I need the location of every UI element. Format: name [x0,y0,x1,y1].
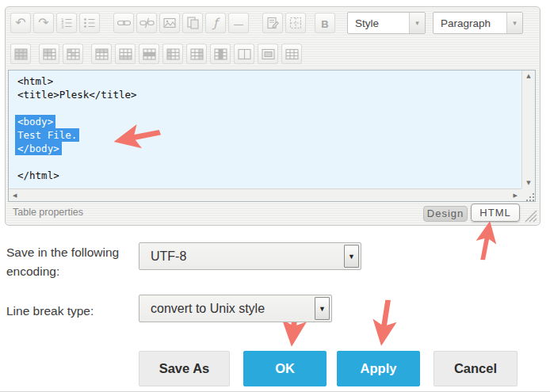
code-line: Test File. [17,128,521,142]
insert-col-after-icon [189,47,204,62]
linebreak-select[interactable]: convert to Unix style ▼ [139,295,332,322]
encoding-dropdown-icon[interactable]: ▼ [344,245,359,268]
insert-table-button[interactable] [10,44,31,64]
linebreak-selected-value: convert to Unix style [151,302,265,316]
cancel-button[interactable]: Cancel [434,351,518,386]
table-row-properties-button[interactable] [39,44,59,64]
selected-text: </body> [15,142,62,155]
encoding-selected-value: UTF-8 [151,249,186,264]
delete-row-icon [142,47,157,62]
horizontal-rule-icon: — [234,17,244,29]
image-icon [162,16,177,30]
encoding-select[interactable]: UTF-8 ▼ [139,242,361,270]
delete-row-button[interactable] [139,44,159,64]
code-line: </html> [17,169,521,182]
numbered-list-icon: 123 [59,16,74,30]
table-cell-properties-icon [66,47,81,62]
insert-row-after-button[interactable] [115,44,136,64]
annotation-arrow-apply-button [366,298,403,350]
split-cells-icon [237,47,252,62]
merge-cells-icon [261,47,276,62]
design-view-button[interactable]: Design [423,206,468,222]
link-button[interactable] [113,13,134,33]
panel-resize-grip-icon[interactable] [523,208,537,223]
bullet-list-button[interactable] [79,13,100,33]
undo-icon: ↶ [15,17,25,29]
image-button[interactable] [159,13,180,33]
merge-cells-button[interactable] [258,44,278,64]
unlink-button[interactable] [136,13,157,33]
horizontal-rule-button[interactable]: — [228,13,249,33]
toolbar-row-table [10,44,302,64]
style-dropdown-value: Style [355,17,379,29]
selected-text: Test File. [15,128,79,142]
code-content[interactable]: <html><title>Plesk</title> <body>Test Fi… [9,70,521,188]
delete-col-icon [213,47,228,62]
split-cells-button[interactable] [234,44,254,64]
code-line [17,101,521,115]
code-line: <body> [17,115,521,128]
code-line [17,155,521,169]
redo-button[interactable]: ↷ [33,13,54,33]
delete-table-button[interactable] [281,44,302,64]
numbered-list-button[interactable]: 123 [56,13,77,33]
svg-text:3: 3 [61,25,64,29]
insert-row-before-icon [94,47,109,62]
paragraph-dropdown-value: Paragraph [441,17,491,29]
undo-button[interactable]: ↶ [10,13,31,33]
scroll-up-icon[interactable]: ▲ [525,70,532,82]
editor-status-bar: Table properties Design HTML [8,201,537,223]
guidelines-icon [288,16,303,30]
style-dropdown-arrow-icon[interactable]: ▾ [409,13,425,33]
flash-button[interactable]: ƒ [205,13,226,33]
linebreak-label: Line break type: [6,302,94,321]
delete-col-button[interactable] [210,44,231,64]
delete-table-icon [285,47,300,62]
scroll-left-icon[interactable]: ◀ [11,190,18,201]
flash-icon: ƒ [213,17,217,29]
edit-html-button[interactable] [262,13,283,33]
edit-html-icon [265,16,280,30]
file-editor-page: ↶↷123ƒ—BStyle▾Paragraph▾ <html><title>Pl… [0,0,550,392]
resize-dots-icon [525,192,535,201]
view-mode-toggle: Design HTML [423,204,520,222]
link-icon [116,16,132,30]
horizontal-scrollbar[interactable]: ◀ ▶ [9,188,521,201]
guidelines-button[interactable] [285,13,306,33]
style-dropdown[interactable]: Style▾ [347,12,426,34]
apply-button[interactable]: Apply [337,351,420,386]
wysiwyg-editor-panel: ↶↷123ƒ—BStyle▾Paragraph▾ <html><title>Pl… [5,6,540,226]
bold-icon: B [321,17,328,29]
toolbar-row-formatting: ↶↷123ƒ—BStyle▾Paragraph▾ [10,12,523,34]
code-line: <html> [17,74,521,88]
scroll-down-icon[interactable]: ▼ [525,177,532,188]
status-path-label: Table properties [13,207,83,218]
code-line: </body> [17,142,521,155]
linebreak-dropdown-icon[interactable]: ▼ [315,297,330,320]
insert-table-icon [13,47,29,62]
insert-col-before-button[interactable] [162,44,183,64]
code-editor-area[interactable]: <html><title>Plesk</title> <body>Test Fi… [8,70,536,202]
insert-row-after-icon [118,47,133,62]
ok-button[interactable]: OK [243,351,327,386]
paste-button[interactable] [182,13,203,33]
paragraph-dropdown[interactable]: Paragraph▾ [433,12,523,34]
bold-button[interactable]: B [315,13,335,33]
paragraph-dropdown-arrow-icon[interactable]: ▾ [506,13,522,33]
table-cell-properties-button[interactable] [63,44,83,64]
save-as-button[interactable]: Save As [139,351,230,386]
selected-text: <body> [15,115,55,128]
insert-col-before-icon [166,47,181,62]
insert-row-before-button[interactable] [91,44,112,64]
encoding-label: Save in the following encoding: [6,243,135,281]
scroll-right-icon[interactable]: ▶ [512,190,519,201]
redo-icon: ↷ [38,17,48,29]
paste-icon [185,16,200,30]
insert-col-after-button[interactable] [186,44,207,64]
textarea-resize-grip[interactable] [521,188,535,201]
code-line: <title>Plesk</title> [17,88,521,101]
vertical-scrollbar[interactable]: ▲ ▼ [521,70,535,188]
unlink-icon [139,16,155,30]
bullet-list-icon [82,16,97,30]
table-row-properties-icon [42,47,57,62]
